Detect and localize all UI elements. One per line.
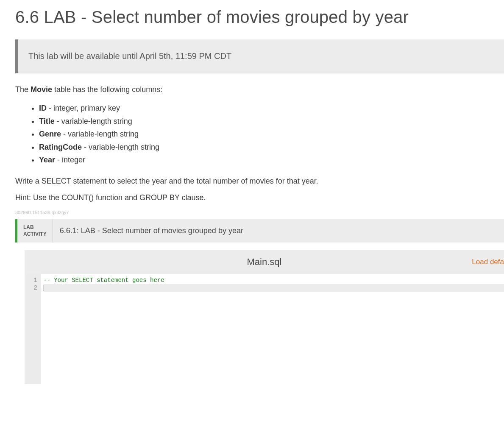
list-item: ID - integer, primary key [39,102,504,115]
intro-prefix: The [15,85,31,94]
activity-label-line2: ACTIVITY [23,231,47,237]
activity-label-line1: LAB [23,224,34,230]
list-item: Year - integer [39,153,504,167]
code-lines[interactable]: -- Your SELECT statement goes here [41,274,504,384]
col-desc: - variable-length string [61,130,139,138]
intro-suffix: table has the following columns: [52,85,162,94]
code-line[interactable] [43,284,504,292]
activity-id: 302990.1511538.qx3zqy7 [15,210,504,215]
list-item: Genre - variable-length string [39,128,504,141]
intro-table-name: Movie [31,85,52,94]
code-comment: -- Your SELECT statement goes here [43,277,164,284]
activity-label: LAB ACTIVITY [17,219,53,243]
list-item: Title - variable-length string [39,115,504,128]
columns-list: ID - integer, primary key Title - variab… [15,102,504,167]
col-name: Title [39,117,55,125]
page-title: 6.6 LAB - Select number of movies groupe… [15,8,504,27]
code-line[interactable]: -- Your SELECT statement goes here [43,276,504,284]
activity-header: LAB ACTIVITY 6.6.1: LAB - Select number … [15,219,504,243]
task-text: Write a SELECT statement to select the y… [15,177,504,186]
col-name: Genre [39,130,61,138]
activity-title: 6.6.1: LAB - Select number of movies gro… [53,219,250,243]
intro-text: The Movie table has the following column… [15,85,504,94]
cursor-icon [44,285,44,291]
editor-tabbar: Main.sql Load defa [25,250,504,274]
code-editor[interactable]: 1 2 -- Your SELECT statement goes here [25,274,504,384]
load-default-link[interactable]: Load defa [472,258,504,266]
col-name: Year [39,156,55,164]
editor: Main.sql Load defa 1 2 -- Your SELECT st… [25,250,504,384]
list-item: RatingCode - variable-length string [39,141,504,154]
line-number: 2 [25,284,37,292]
col-name: ID [39,104,47,112]
col-name: RatingCode [39,143,82,151]
col-desc: - variable-length string [55,117,132,125]
availability-notice: This lab will be available until April 5… [15,39,504,73]
col-desc: - variable-length string [82,143,159,151]
line-gutter: 1 2 [25,274,41,384]
col-desc: - integer, primary key [47,104,120,112]
editor-filename: Main.sql [247,257,282,268]
col-desc: - integer [55,156,85,164]
availability-text: This lab will be available until April 5… [28,51,494,61]
line-number: 1 [25,276,37,284]
hint-text: Hint: Use the COUNT() function and GROUP… [15,193,504,202]
